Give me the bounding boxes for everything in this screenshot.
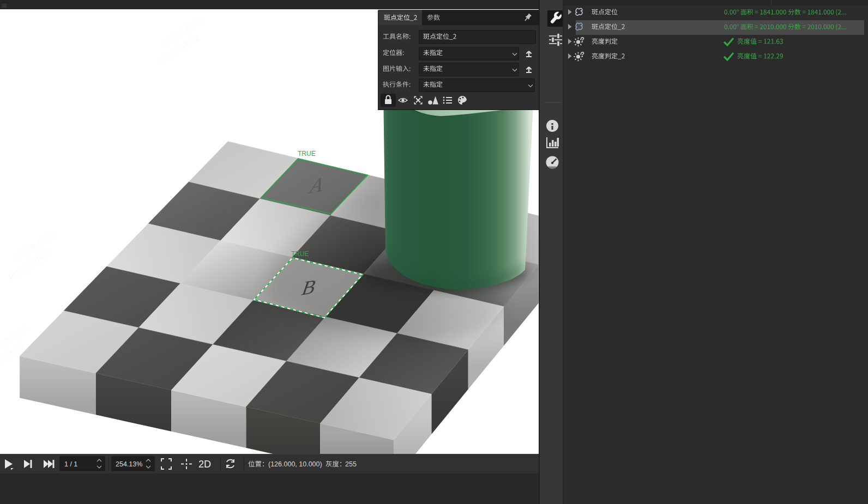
svg-text:TRUE: TRUE: [298, 150, 316, 157]
svg-text:254.13%: 254.13%: [116, 460, 142, 468]
svg-text:?: ?: [581, 51, 584, 58]
svg-text:2D: 2D: [198, 459, 211, 470]
svg-text:1 / 1: 1 / 1: [64, 460, 77, 468]
svg-text:?: ?: [581, 36, 584, 44]
svg-text:(126.000, 10.000): (126.000, 10.000): [268, 460, 322, 468]
svg-text:255: 255: [345, 460, 357, 468]
svg-text:TRUE: TRUE: [291, 250, 309, 258]
